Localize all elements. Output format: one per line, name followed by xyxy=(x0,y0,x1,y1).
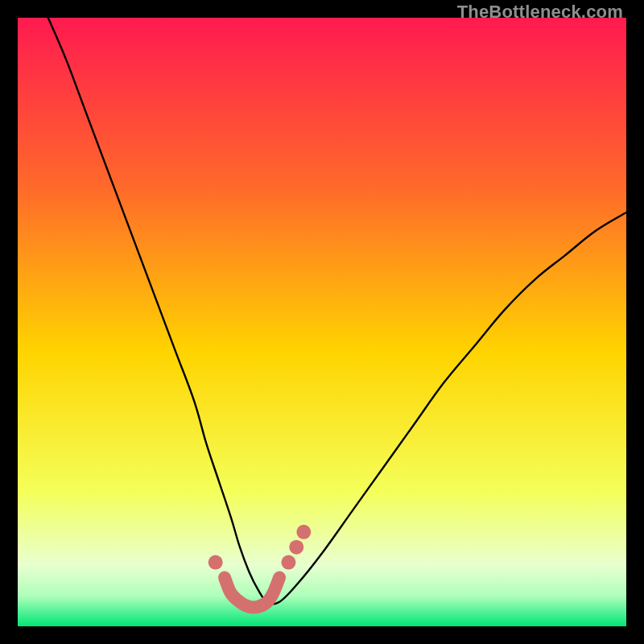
curve-dot xyxy=(281,555,295,570)
chart-frame xyxy=(18,18,626,626)
bottleneck-chart xyxy=(18,18,626,626)
curve-dot xyxy=(289,540,303,555)
gradient-background xyxy=(18,18,626,626)
curve-dot xyxy=(296,525,311,539)
curve-dot xyxy=(208,555,223,570)
watermark-text: TheBottleneck.com xyxy=(457,2,623,23)
